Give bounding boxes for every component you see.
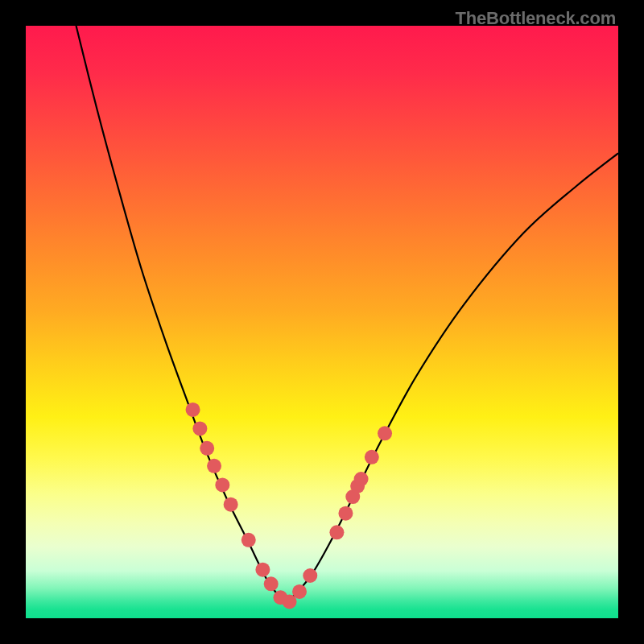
curve-marker <box>186 402 200 417</box>
curve-marker <box>354 472 369 486</box>
curve-marker <box>224 497 238 512</box>
curve-marker <box>200 441 214 456</box>
curve-marker <box>215 477 229 492</box>
curve-marker <box>242 533 256 547</box>
bottleneck-curve <box>26 26 618 618</box>
curve-marker <box>338 506 353 521</box>
curve-marker <box>303 568 317 583</box>
curve-marker <box>292 584 307 599</box>
curve-marker <box>255 563 270 577</box>
curve-markers <box>186 402 392 609</box>
curve-left-path <box>76 26 287 604</box>
curve-marker <box>329 525 344 539</box>
curve-marker <box>378 426 392 440</box>
plot-area <box>26 26 618 618</box>
curve-marker <box>192 421 207 436</box>
curve-marker <box>365 450 379 464</box>
curve-marker <box>264 576 279 591</box>
chart-root: TheBottleneck.com <box>0 0 644 644</box>
curve-marker <box>207 459 221 473</box>
